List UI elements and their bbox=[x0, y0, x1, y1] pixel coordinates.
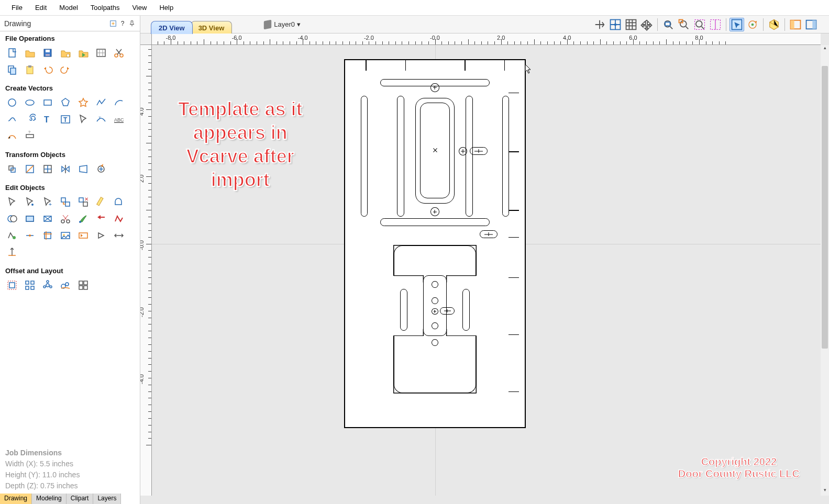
menu-help[interactable]: Help bbox=[153, 1, 180, 15]
center-button[interactable] bbox=[39, 161, 56, 177]
toggle-origin-button[interactable] bbox=[592, 18, 607, 31]
viewport-2d[interactable]: Template as it appears in Vcarve after i… bbox=[152, 45, 821, 496]
tab-3d-view[interactable]: 3D View bbox=[191, 21, 233, 34]
scrollbar-vertical[interactable]: ▴ ▾ bbox=[821, 45, 829, 496]
ruler-vertical[interactable]: 4.02.0-0.0-2.0-4.0 bbox=[140, 45, 152, 496]
plate-button[interactable] bbox=[75, 277, 92, 293]
layer-selector[interactable]: Layer0 ▾ bbox=[263, 20, 301, 29]
brush-button[interactable] bbox=[75, 211, 92, 227]
text-box-button[interactable]: T bbox=[57, 111, 74, 127]
open-recent-button[interactable] bbox=[57, 45, 74, 61]
panel-help-icon[interactable]: ? bbox=[119, 20, 126, 27]
select-button[interactable] bbox=[4, 194, 20, 210]
tab-modeling[interactable]: Modeling bbox=[32, 494, 67, 504]
crop-button[interactable] bbox=[39, 228, 56, 243]
3d-view-button[interactable] bbox=[767, 18, 781, 31]
mirror-button[interactable] bbox=[57, 161, 74, 177]
scale-button[interactable] bbox=[21, 161, 38, 177]
polygon-button[interactable] bbox=[57, 95, 74, 110]
ellipse-button[interactable] bbox=[21, 95, 38, 110]
tab-clipart[interactable]: Clipart bbox=[67, 494, 94, 504]
show-grid-button[interactable] bbox=[624, 18, 638, 31]
tab-drawing[interactable]: Drawing bbox=[0, 494, 32, 504]
offset-both-button[interactable] bbox=[110, 228, 127, 243]
job-height: Height (Y): 11.0 inches bbox=[5, 469, 80, 480]
tab-layers[interactable]: Layers bbox=[93, 494, 121, 504]
layout-1-button[interactable] bbox=[788, 18, 803, 31]
offset-in-button[interactable] bbox=[75, 228, 92, 243]
move-button[interactable] bbox=[4, 161, 20, 177]
trace-button[interactable] bbox=[4, 128, 20, 144]
bool-xor-button[interactable] bbox=[39, 211, 56, 227]
rotate-button[interactable] bbox=[93, 161, 109, 177]
circular-button[interactable] bbox=[39, 277, 56, 293]
offset-last-button[interactable] bbox=[4, 244, 20, 260]
offset-out-button[interactable] bbox=[93, 228, 109, 243]
zoom-window-button[interactable] bbox=[677, 18, 691, 31]
ungroup-button[interactable]: ✕ bbox=[75, 194, 92, 210]
text-button[interactable]: T bbox=[39, 111, 56, 127]
distort-button[interactable] bbox=[75, 161, 92, 177]
pick-button[interactable] bbox=[75, 111, 92, 127]
bool-int-button[interactable] bbox=[21, 211, 38, 227]
scroll-thumb[interactable] bbox=[822, 66, 828, 349]
svg-text:✕: ✕ bbox=[84, 196, 89, 202]
bool-union-button[interactable] bbox=[110, 194, 127, 210]
text-on-curve-button[interactable]: T bbox=[93, 111, 109, 127]
menu-edit[interactable]: Edit bbox=[29, 1, 53, 15]
panel-switch-icon[interactable] bbox=[109, 20, 117, 27]
node-edit-button[interactable] bbox=[21, 194, 38, 210]
dimension-button[interactable]: ? bbox=[21, 128, 38, 144]
redo-button[interactable] bbox=[57, 62, 74, 77]
bool-sub-button[interactable] bbox=[4, 211, 20, 227]
array-button[interactable] bbox=[21, 277, 38, 293]
select-mode-button[interactable] bbox=[729, 18, 744, 31]
scroll-down-icon[interactable]: ▾ bbox=[821, 487, 829, 496]
play-file-button[interactable] bbox=[75, 45, 92, 61]
nest-button[interactable] bbox=[57, 277, 74, 293]
scissors-button[interactable] bbox=[57, 211, 74, 227]
circle-button[interactable] bbox=[4, 95, 20, 110]
guides-button[interactable] bbox=[708, 18, 723, 31]
offset-button[interactable] bbox=[4, 277, 20, 293]
polyline-button[interactable] bbox=[93, 95, 109, 110]
transform-grid bbox=[0, 160, 140, 181]
scroll-up-icon[interactable]: ▴ bbox=[821, 45, 829, 53]
spiral-button[interactable] bbox=[21, 111, 38, 127]
layout-2-button[interactable] bbox=[804, 18, 819, 31]
rotate-view-button[interactable] bbox=[745, 18, 760, 31]
close-button[interactable] bbox=[4, 228, 20, 243]
group-button[interactable] bbox=[57, 194, 74, 210]
pan-button[interactable] bbox=[639, 18, 654, 31]
undo-button[interactable] bbox=[39, 62, 56, 77]
vector-shape bbox=[432, 339, 438, 346]
zoom-fit-button[interactable] bbox=[661, 18, 676, 31]
snap-grid-button[interactable] bbox=[608, 18, 623, 31]
smooth-button[interactable] bbox=[110, 211, 127, 227]
ruler-horizontal[interactable]: -8.0-6.0-4.0-2.0-0.02.04.06.08.0 bbox=[152, 33, 821, 45]
new-file-button[interactable] bbox=[4, 45, 20, 61]
paste-button[interactable] bbox=[21, 62, 38, 77]
node-add-button[interactable]: + bbox=[39, 194, 56, 210]
s-curve-button[interactable] bbox=[4, 111, 20, 127]
star-button[interactable] bbox=[75, 95, 92, 110]
rectangle-button[interactable] bbox=[39, 95, 56, 110]
save-disk-button[interactable] bbox=[39, 45, 56, 61]
measure-button[interactable] bbox=[93, 194, 109, 210]
cut-button[interactable] bbox=[110, 45, 127, 61]
reverse-button[interactable] bbox=[93, 211, 109, 227]
open-folder-button[interactable] bbox=[21, 45, 38, 61]
image-button[interactable] bbox=[57, 228, 74, 243]
panel-pin-icon[interactable] bbox=[128, 20, 136, 27]
menu-file[interactable]: File bbox=[5, 1, 29, 15]
abc-button[interactable]: ABC bbox=[110, 111, 127, 127]
zoom-sel-button[interactable] bbox=[692, 18, 707, 31]
tab-2d-view[interactable]: 2D View bbox=[151, 21, 193, 34]
copy-button[interactable] bbox=[4, 62, 20, 77]
arc-button[interactable] bbox=[110, 95, 127, 110]
menu-model[interactable]: Model bbox=[53, 1, 84, 15]
menu-toolpaths[interactable]: Toolpaths bbox=[84, 1, 126, 15]
menu-view[interactable]: View bbox=[126, 1, 153, 15]
import-button[interactable] bbox=[93, 45, 109, 61]
join-button[interactable] bbox=[21, 228, 38, 243]
